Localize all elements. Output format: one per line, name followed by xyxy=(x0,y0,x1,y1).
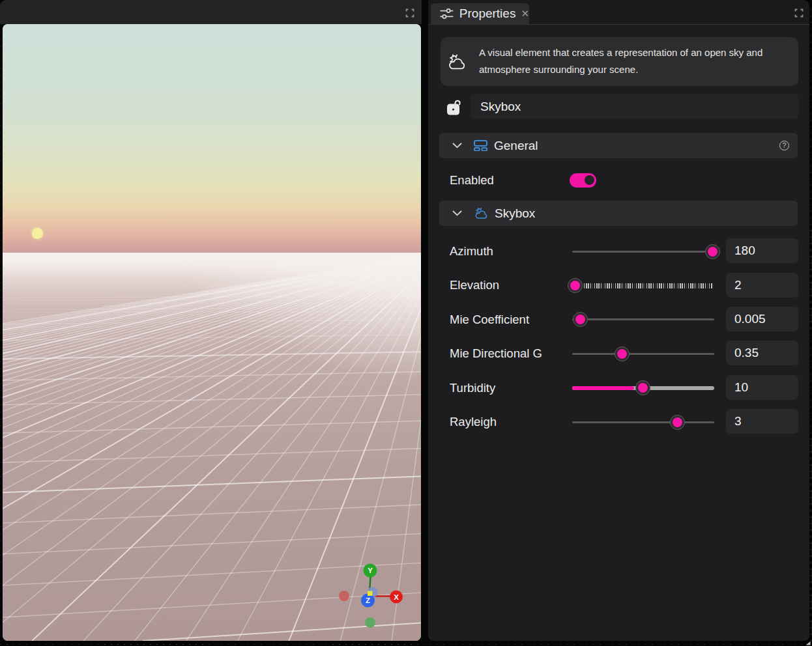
svg-text:X: X xyxy=(394,593,399,601)
svg-text:Z: Z xyxy=(366,597,370,604)
svg-text:Y: Y xyxy=(368,567,373,574)
